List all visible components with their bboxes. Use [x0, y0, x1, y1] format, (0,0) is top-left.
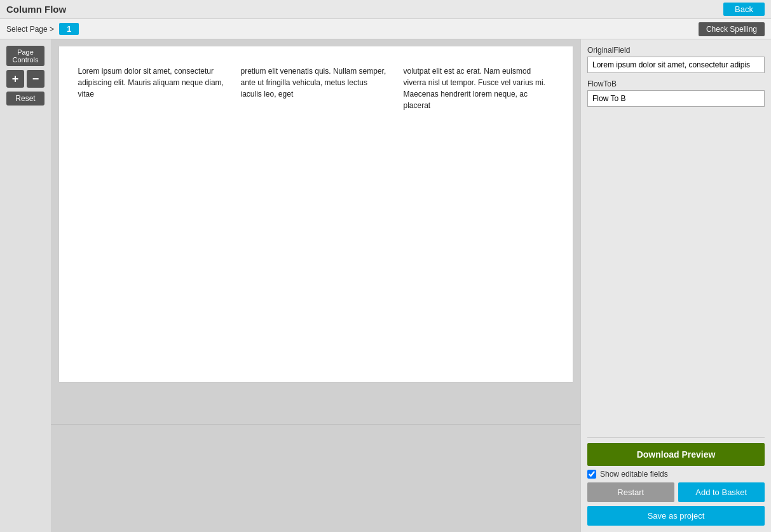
zoom-controls: + − — [6, 70, 44, 88]
app-title: Column Flow — [6, 4, 66, 15]
show-editable-row: Show editable fields — [587, 470, 765, 479]
page-number-badge[interactable]: 1 — [59, 23, 79, 35]
column-1-text: Lorem ipsum dolor sit amet, consectetur … — [72, 65, 235, 363]
content-area: Lorem ipsum dolor sit amet, consectetur … — [51, 39, 580, 532]
original-field-label: OriginalField — [587, 46, 765, 55]
right-panel: OriginalField FlowToB Download Preview S… — [580, 39, 771, 532]
show-editable-label: Show editable fields — [600, 470, 668, 479]
page-canvas: Lorem ipsum dolor sit amet, consectetur … — [58, 46, 573, 383]
column-2-text: pretium elit venenatis quis. Nullam semp… — [235, 65, 397, 363]
reset-button[interactable]: Reset — [6, 92, 44, 106]
save-as-project-button[interactable]: Save as project — [587, 506, 765, 526]
zoom-out-button[interactable]: − — [27, 70, 44, 88]
download-preview-button[interactable]: Download Preview — [587, 443, 765, 466]
flow-to-b-label: FlowToB — [587, 79, 765, 88]
original-field-input[interactable] — [587, 57, 765, 73]
flow-to-b-input[interactable] — [587, 90, 765, 107]
header: Column Flow Back — [0, 0, 771, 19]
right-bottom-actions: Download Preview Show editable fields Re… — [587, 437, 765, 526]
restart-button[interactable]: Restart — [587, 482, 674, 502]
sidebar: Page Controls + − Reset — [0, 39, 51, 532]
zoom-in-button[interactable]: + — [6, 70, 24, 88]
column-3-text: volutpat elit est ac erat. Nam euismod v… — [397, 65, 560, 363]
check-spelling-button[interactable]: Check Spelling — [699, 22, 765, 36]
action-row: Restart Add to Basket — [587, 482, 765, 502]
bottom-panel — [51, 424, 580, 532]
toolbar: Select Page > 1 Check Spelling — [0, 19, 771, 39]
page-controls-label: Page Controls — [6, 46, 44, 66]
right-fields: OriginalField FlowToB — [587, 46, 765, 432]
canvas-wrapper: Lorem ipsum dolor sit amet, consectetur … — [51, 39, 580, 424]
show-editable-checkbox[interactable] — [587, 470, 596, 479]
back-button[interactable]: Back — [723, 3, 765, 16]
add-to-basket-button[interactable]: Add to Basket — [678, 482, 765, 502]
main-layout: Page Controls + − Reset Lorem ipsum dolo… — [0, 39, 771, 532]
select-page-label: Select Page > — [6, 25, 54, 34]
